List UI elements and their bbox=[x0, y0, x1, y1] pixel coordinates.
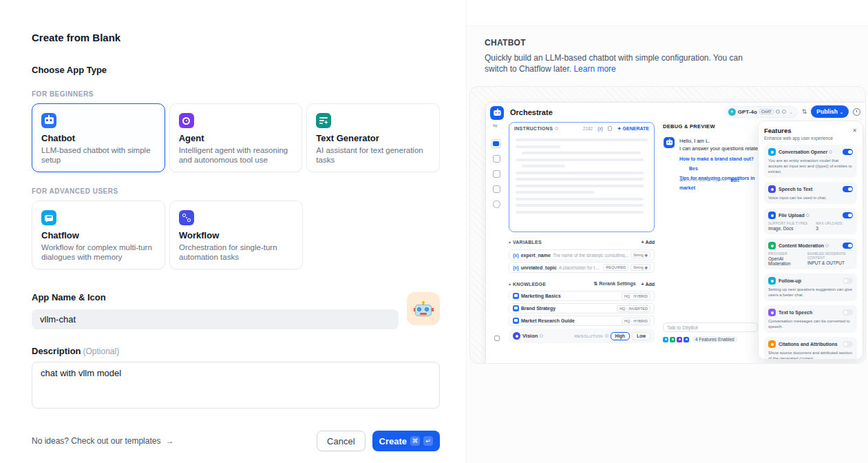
section-for-beginners: FOR BEGINNERS bbox=[32, 90, 440, 98]
top-strip bbox=[467, 0, 868, 26]
app-type-card-chatflow[interactable]: Chatflow Workflow for complex multi-turn… bbox=[32, 200, 165, 269]
app-type-card-text-generator[interactable]: Text Generator AI assistant for text gen… bbox=[306, 103, 440, 172]
dataset-icon bbox=[513, 318, 519, 324]
toggle bbox=[843, 309, 853, 316]
mini-sidebar-orchestrate-icon bbox=[491, 138, 501, 149]
feature-citations: Citations and Attributions Show source d… bbox=[764, 337, 857, 360]
workflow-icon bbox=[179, 210, 194, 225]
variable-icon: {x} bbox=[597, 126, 603, 131]
card-desc: Workflow for complex multi-turn dialogue… bbox=[41, 243, 156, 262]
card-title: Workflow bbox=[179, 230, 293, 240]
instructions-label: INSTRUCTIONS bbox=[514, 126, 553, 131]
features-panel: Features ✕ Enhance web app user experien… bbox=[758, 121, 863, 360]
app-type-card-chatbot[interactable]: Chatbot LLM-based chatbot with simple se… bbox=[32, 103, 165, 172]
preview-panel: CHATBOT Quickly build an LLM-based chatb… bbox=[467, 0, 868, 463]
info-icon bbox=[829, 150, 832, 154]
vision-icon bbox=[513, 332, 520, 340]
type-tag: String ◉ bbox=[631, 251, 650, 258]
feature-speech-to-text: Speech to Text Voice input can be used i… bbox=[764, 182, 857, 204]
app-icon-picker[interactable] bbox=[407, 292, 440, 325]
mini-sidebar-globe-icon bbox=[493, 200, 500, 208]
cmd-key-icon: ⌘ bbox=[410, 436, 420, 446]
info-icon bbox=[825, 244, 829, 247]
variables-header: ▾ VARIABLES + Add bbox=[509, 240, 655, 245]
file-upload-icon bbox=[768, 212, 776, 219]
rerank-settings-button: ⇅ Rerank Settings bbox=[594, 281, 636, 287]
toggle bbox=[843, 212, 853, 218]
app-type-card-agent[interactable]: Agent Intelligent agent with reasoning a… bbox=[169, 103, 303, 172]
section-for-advanced-users: FOR ADVANCED USERS bbox=[32, 187, 440, 195]
prompt-skeleton bbox=[509, 134, 654, 221]
publish-button: Publish⌄ bbox=[811, 105, 849, 118]
moderation-dot-icon bbox=[670, 337, 675, 342]
info-icon bbox=[540, 334, 543, 338]
follow-up-icon bbox=[768, 277, 776, 285]
bot-avatar bbox=[664, 137, 675, 148]
knowledge-row: Market Research Guide HQ · HYBRID bbox=[509, 316, 655, 326]
edit-link: Edit bbox=[730, 178, 739, 183]
templates-link[interactable]: No ideas? Check out our templates → bbox=[32, 436, 174, 446]
type-tag: String ◉ bbox=[631, 264, 650, 271]
advanced-cards: Chatflow Workflow for complex multi-turn… bbox=[32, 200, 440, 269]
description-label: Description(Optional) bbox=[32, 346, 440, 356]
info-icon bbox=[555, 127, 558, 130]
bot-greeting: Hello, I am L. I can answer your questio… bbox=[679, 137, 768, 152]
instructions-panel: INSTRUCTIONS 2182 {x} ✦ GENERATE bbox=[509, 122, 655, 232]
toggle bbox=[843, 149, 853, 155]
info-icon bbox=[605, 334, 608, 338]
model-selector: GPT-4o CHAT ⌄ bbox=[726, 106, 798, 118]
feature-file-upload: File Upload SUPPORT FILE TYPESImage, Doc… bbox=[764, 208, 857, 234]
optional-hint: (Optional) bbox=[83, 347, 120, 356]
enter-key-icon: ↵ bbox=[423, 436, 433, 446]
toggle bbox=[843, 341, 853, 347]
card-desc: Orchestration for single-turn automation… bbox=[179, 243, 293, 262]
text-generator-icon bbox=[316, 113, 331, 128]
feature-text-to-speech: Text to Speech Conversation messages can… bbox=[764, 305, 857, 333]
card-desc: Intelligent agent with reasoning and aut… bbox=[179, 145, 293, 165]
mini-sidebar-collapse-icon: ⇆ bbox=[493, 123, 498, 129]
mini-app-window: ⇆ Orchestrate GPT-4o CHAT ⌄ bbox=[485, 102, 866, 364]
choose-app-type-label: Choose App Type bbox=[32, 65, 440, 75]
file-upload-dot-icon bbox=[684, 337, 689, 342]
suggested-questions: How to make a brand stand out?Bes Tips f… bbox=[679, 154, 769, 193]
speech-dot-icon bbox=[677, 337, 682, 342]
card-desc: LLM-based chatbot with simple setup bbox=[41, 145, 156, 165]
learn-more-link[interactable]: Learn more bbox=[573, 64, 615, 74]
app-type-card-workflow[interactable]: Workflow Orchestration for single-turn a… bbox=[169, 200, 303, 269]
agent-icon bbox=[179, 113, 194, 128]
resolution-low-pill: Low bbox=[632, 332, 650, 340]
chatflow-icon bbox=[41, 210, 56, 225]
resolution-high-pill: High bbox=[611, 332, 630, 340]
create-form-panel: Create from Blank Choose App Type FOR BE… bbox=[0, 0, 467, 463]
toggle bbox=[843, 243, 853, 249]
card-title: Text Generator bbox=[316, 133, 430, 143]
dataset-icon bbox=[513, 293, 519, 299]
conversation-opener-icon bbox=[768, 148, 776, 156]
enabled-features-row: 4 Features Enabled bbox=[663, 336, 737, 342]
chatbot-icon bbox=[41, 113, 56, 128]
text-to-speech-icon bbox=[768, 309, 776, 316]
card-title: Agent bbox=[179, 133, 293, 143]
page-title: Create from Blank bbox=[32, 32, 440, 43]
cancel-button[interactable]: Cancel bbox=[317, 431, 365, 451]
app-name-input[interactable] bbox=[32, 309, 399, 329]
vision-row: Vision RESOLUTION High Low bbox=[509, 329, 655, 343]
feature-content-moderation: Content Moderation PROVIDEROpenAI Modera… bbox=[764, 238, 857, 269]
knowledge-row: Brand Strategy HQ · INVERTED bbox=[509, 303, 655, 313]
knowledge-header: ▾ KNOWLEDGE ⇅ Rerank Settings + Add bbox=[509, 281, 655, 287]
mini-title: Orchestrate bbox=[510, 108, 553, 116]
feature-conversation-opener: Conversation Opener You are an entity ex… bbox=[764, 145, 857, 178]
generate-button: ✦ GENERATE bbox=[617, 126, 649, 132]
description-textarea[interactable]: chat with vllm model bbox=[32, 362, 440, 409]
add-knowledge-button: + Add bbox=[642, 282, 655, 287]
debug-preview-header: DEBUG & PREVIEW bbox=[663, 123, 715, 130]
chevron-down-icon: ▾ bbox=[509, 282, 511, 287]
add-variable-button: + Add bbox=[642, 240, 655, 245]
chatbot-preview-image: ⇆ Orchestrate GPT-4o CHAT ⌄ bbox=[469, 86, 866, 364]
card-title: Chatflow bbox=[41, 230, 156, 240]
variable-row: {x} expert_name The name of the strategi… bbox=[509, 249, 655, 260]
mini-app-icon bbox=[490, 106, 504, 120]
chevron-down-icon: ▾ bbox=[509, 240, 511, 245]
robot-emoji-icon bbox=[414, 301, 432, 316]
create-button[interactable]: Create ⌘ ↵ bbox=[372, 431, 440, 451]
